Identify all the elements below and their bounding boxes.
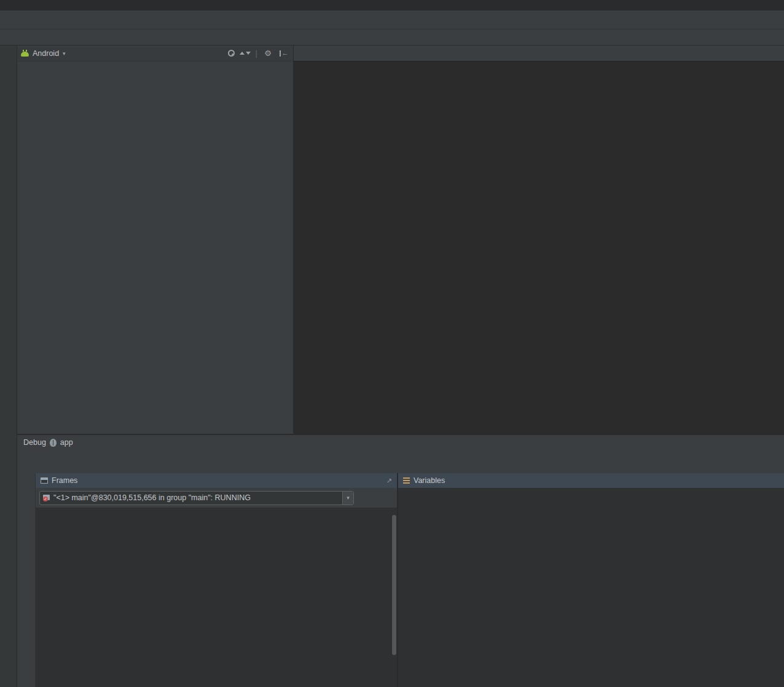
breadcrumb <box>0 29 784 45</box>
hide-panel-button[interactable] <box>278 49 289 58</box>
debug-tabs <box>17 450 784 473</box>
code-editor[interactable] <box>294 61 784 434</box>
android-studio-window: Android ▾ | ⚙ <box>0 0 784 687</box>
variables-list <box>398 488 784 687</box>
project-view-header: Android ▾ | ⚙ <box>17 45 293 61</box>
debug-session-name: app <box>60 438 73 447</box>
menu-bar <box>0 0 784 10</box>
thread-status: "<1> main"@830,019,515,656 in group "mai… <box>53 493 251 502</box>
variables-panel-header: Variables <box>398 473 784 488</box>
project-tool-window: Android ▾ | ⚙ <box>17 45 294 434</box>
variables-icon <box>403 477 410 484</box>
main-toolbar <box>0 10 784 29</box>
thread-dropdown-button[interactable]: ▾ <box>342 492 353 504</box>
settings-gear-button[interactable]: ⚙ <box>262 49 273 58</box>
debug-header: Debug app <box>17 435 784 450</box>
locate-file-button[interactable] <box>228 50 235 57</box>
debug-tool-window: Debug app Frames ↗ <box>17 434 784 687</box>
frames-scrollbar[interactable] <box>392 515 396 655</box>
frames-list <box>36 508 397 687</box>
android-icon <box>21 52 29 57</box>
variables-panel: Variables <box>398 473 784 687</box>
frames-panel-header: Frames ↗ <box>36 473 397 488</box>
debug-title: Debug <box>23 438 46 447</box>
project-view-selector[interactable]: Android <box>33 49 59 58</box>
project-tree <box>17 61 293 434</box>
thread-icon <box>43 495 50 500</box>
thread-dropdown[interactable]: "<1> main"@830,019,515,656 in group "mai… <box>39 491 354 505</box>
variables-panel-title: Variables <box>414 476 445 485</box>
tool-window-bar-left <box>0 45 17 687</box>
editor-tab-bar <box>294 45 784 61</box>
thread-selector-row: "<1> main"@830,019,515,656 in group "mai… <box>36 488 397 508</box>
debug-left-toolbar <box>17 473 36 687</box>
frames-icon <box>41 477 48 484</box>
bug-icon <box>50 439 57 447</box>
collapse-all-button[interactable] <box>240 49 251 58</box>
float-panel-icon[interactable]: ↗ <box>386 477 392 485</box>
frames-panel: Frames ↗ "<1> main"@830,019,515,656 in g… <box>36 473 398 687</box>
frames-panel-title: Frames <box>52 476 77 485</box>
chevron-down-icon[interactable]: ▾ <box>63 50 66 57</box>
editor <box>294 45 784 434</box>
